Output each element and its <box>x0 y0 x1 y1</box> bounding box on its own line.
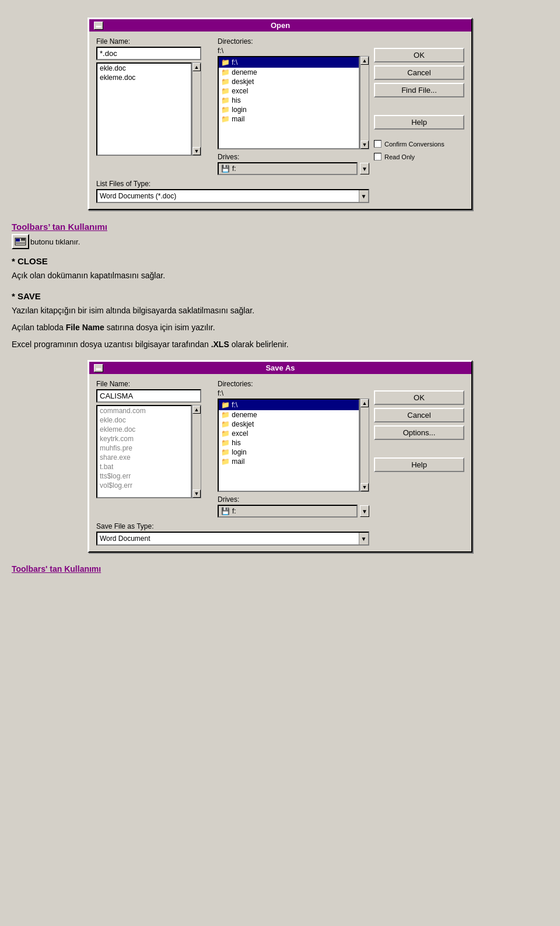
open-dialog-title-btn[interactable]: ▬ <box>94 22 103 30</box>
scroll-down-arrow[interactable]: ▼ <box>192 147 201 155</box>
save-help-button[interactable]: Help <box>374 457 464 472</box>
save-text-2: Açılan tabloda File Name satırına dosya … <box>12 322 548 334</box>
save-dir-login[interactable]: 📁 login <box>219 448 359 457</box>
save-dir-list-container: 📁 f:\ 📁 deneme 📁 deskjet 📁 excel 📁 his 📁… <box>218 399 369 492</box>
folder-icon: 📁 <box>221 68 230 76</box>
close-text: Açık olan dokümanın kapatılmasını sağlar… <box>12 270 548 282</box>
folder-icon: 📁 <box>221 429 230 438</box>
cancel-button[interactable]: Cancel <box>374 65 464 80</box>
dir-scroll-down[interactable]: ▼ <box>360 141 369 149</box>
spacer <box>213 180 464 189</box>
save-as-title-btn[interactable]: ▬ <box>94 364 103 372</box>
toolbars-section-1: Toolbars’ tan Kullanımı <box>12 222 548 232</box>
file-item-2[interactable]: ekleme.doc <box>97 73 191 82</box>
dir-item-deneme[interactable]: 📁 deneme <box>219 68 359 77</box>
save-file-type-dropdown[interactable]: Word Document ▼ <box>96 532 369 546</box>
folder-icon-selected: 📁 <box>221 58 230 67</box>
dir-item-mail[interactable]: 📁 mail <box>219 114 359 124</box>
file-listbox[interactable]: ekle.doc ekleme.doc <box>96 62 192 156</box>
save-file-item-4[interactable]: keytrk.com <box>97 434 191 443</box>
save-dir-scrollbar[interactable]: ▲ ▼ <box>360 399 369 492</box>
save-file-item-5[interactable]: muhfis.pre <box>97 443 191 453</box>
save-cancel-button[interactable]: Cancel <box>374 408 464 422</box>
save-file-listbox[interactable]: command.com ekle.doc ekleme.doc keytrk.c… <box>96 405 192 498</box>
list-files-label: List Files of Type: <box>96 180 213 188</box>
read-only-checkbox[interactable] <box>374 153 382 160</box>
dir-list-container: 📁 f:\ 📁 deneme 📁 deskjet 📁 excel 📁 his 📁… <box>218 56 369 149</box>
toolbars-link-2[interactable]: Toolbars' tan Kullanımı <box>12 564 101 574</box>
folder-icon: 📁 <box>221 115 230 123</box>
save-ok-button[interactable]: OK <box>374 390 464 405</box>
file-list-container: ekle.doc ekleme.doc ▲ ▼ <box>96 62 213 156</box>
save-file-name-input[interactable] <box>96 389 201 403</box>
drives-select[interactable]: 💾 f: <box>218 162 358 175</box>
save-drives-select[interactable]: 💾 f: <box>218 505 358 518</box>
dir-selected[interactable]: 📁 f:\ <box>219 57 359 68</box>
save-drives-arrow[interactable]: ▼ <box>360 505 369 517</box>
help-button[interactable]: Help <box>374 115 464 130</box>
save-text-2a: Açılan tabloda <box>12 323 66 332</box>
save-text-3: Excel programının dosya uzantısı bilgisa… <box>12 338 548 351</box>
dir-listbox[interactable]: 📁 f:\ 📁 deneme 📁 deskjet 📁 excel 📁 his 📁… <box>218 56 360 149</box>
open-dialog: ▬ Open File Name: ekle.doc ekleme.doc <box>88 18 473 210</box>
save-file-item-8[interactable]: tts$log.err <box>97 471 191 481</box>
file-list-scrollbar[interactable]: ▲ ▼ <box>192 62 201 156</box>
dir-item-excel[interactable]: 📁 excel <box>219 86 359 96</box>
save-file-list-scrollbar[interactable]: ▲ ▼ <box>192 405 201 498</box>
save-dir-listbox[interactable]: 📁 f:\ 📁 deneme 📁 deskjet 📁 excel 📁 his 📁… <box>218 399 360 492</box>
file-item-1[interactable]: ekle.doc <box>97 64 191 73</box>
save-dir-mail[interactable]: 📁 mail <box>219 457 359 466</box>
save-options-button[interactable]: Options... <box>374 425 464 440</box>
toolbars-link-1[interactable]: Toolbars’ tan Kullanımı <box>12 222 107 232</box>
save-file-type-value: Word Document <box>97 533 359 544</box>
directories-label: Directories: <box>218 37 369 46</box>
save-scroll-up[interactable]: ▲ <box>192 406 201 414</box>
list-files-dropdown-row: Word Documents (*.doc) ▼ <box>96 189 464 203</box>
folder-icon: 📁 <box>221 87 230 95</box>
drives-dropdown-arrow[interactable]: ▼ <box>360 163 369 174</box>
drives-section: Drives: 💾 f: ▼ <box>218 153 369 175</box>
save-file-type-arrow[interactable]: ▼ <box>359 533 368 544</box>
save-scroll-down[interactable]: ▼ <box>192 490 201 498</box>
save-dir-deskjet[interactable]: 📁 deskjet <box>219 420 359 429</box>
save-dir-scroll-up[interactable]: ▲ <box>360 399 369 407</box>
find-file-button[interactable]: Find File... <box>374 83 464 97</box>
dir-item-login[interactable]: 📁 login <box>219 105 359 114</box>
read-only-label: Read Only <box>384 153 415 160</box>
save-dir-excel[interactable]: 📁 excel <box>219 429 359 438</box>
save-file-item-3[interactable]: ekleme.doc <box>97 425 191 434</box>
confirm-conversions-checkbox[interactable] <box>374 140 382 148</box>
save-dir-deneme[interactable]: 📁 deneme <box>219 410 359 420</box>
save-folder-icon-selected: 📁 <box>221 401 230 409</box>
save-drives-section: Drives: 💾 f: ▼ <box>218 495 369 518</box>
save-file-item-9[interactable]: vol$log.err <box>97 481 191 490</box>
toolbar-icon-1[interactable] <box>12 234 29 249</box>
list-files-arrow[interactable]: ▼ <box>359 190 368 202</box>
save-section: * SAVE Yazılan kitapçığın bir isim altın… <box>12 291 548 351</box>
folder-icon: 📁 <box>221 106 230 114</box>
directories-section: Directories: f:\ 📁 f:\ 📁 deneme 📁 deskje… <box>218 37 369 175</box>
save-file-item-1[interactable]: command.com <box>97 406 191 415</box>
save-dir-selected[interactable]: 📁 f:\ <box>219 400 359 410</box>
dir-list-scrollbar[interactable]: ▲ ▼ <box>360 56 369 149</box>
file-name-input[interactable] <box>96 47 201 60</box>
list-files-dropdown[interactable]: Word Documents (*.doc) ▼ <box>96 189 369 203</box>
dir-scroll-up[interactable]: ▲ <box>360 57 369 65</box>
save-file-item-7[interactable]: t.bat <box>97 462 191 471</box>
save-file-item-6[interactable]: share.exe <box>97 453 191 462</box>
save-text-2b: satırına dosya için isim yazılır. <box>104 323 215 332</box>
save-as-dialog: ▬ Save As File Name: command.com ekle.do… <box>88 360 473 553</box>
save-file-item-2[interactable]: ekle.doc <box>97 415 191 425</box>
save-dir-scroll-down[interactable]: ▼ <box>360 483 369 491</box>
open-dialog-titlebar: ▬ Open <box>89 19 471 32</box>
dir-item-deskjet[interactable]: 📁 deskjet <box>219 77 359 86</box>
save-directories-value: f:\ <box>218 389 369 397</box>
scroll-up-arrow[interactable]: ▲ <box>192 63 201 71</box>
ok-button[interactable]: OK <box>374 48 464 62</box>
toolbar-btn-row: butonu tıklanır. <box>12 234 548 249</box>
save-file-type-label: Save File as Type: <box>96 522 464 530</box>
dir-item-his[interactable]: 📁 his <box>219 96 359 105</box>
drives-row: 💾 f: ▼ <box>218 162 369 175</box>
save-dir-his[interactable]: 📁 his <box>219 438 359 448</box>
toolbar-icon-svg <box>15 237 26 246</box>
